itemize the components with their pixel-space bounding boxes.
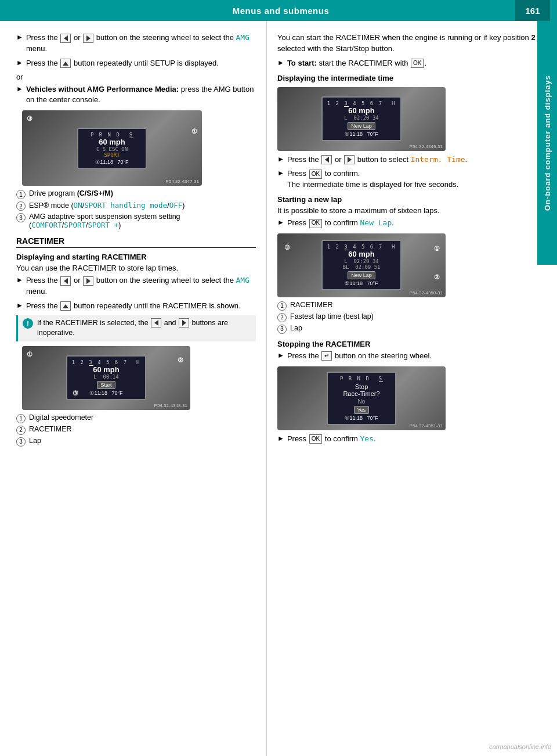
callout-list-2: 1 Digital speedometer 2 RACETIMER 3 Lap — [16, 413, 256, 447]
sub-row-3: L 00:14 — [72, 374, 141, 380]
speed-row-3: 60 mph — [327, 106, 396, 115]
arrow-up-icon-2 — [63, 304, 68, 308]
new-lap-btn-1: New Lap — [348, 122, 375, 130]
para-racetimer-start: You can start the RACETIMER when the eng… — [277, 33, 547, 55]
bullet-text-4: Press the or button on the steering whee… — [26, 275, 256, 297]
callout-item-2: 2 ESP® mode (ON/SPORT handling mode/OFF) — [16, 201, 256, 211]
interm-time-label: Interm. Time — [411, 155, 465, 164]
key-up-1 — [60, 59, 71, 68]
key-left-1 — [60, 34, 71, 43]
instrument-image-4: ① ② ③ 1 2 3 4 5 6 7 H 60 mph L 02:20 34B… — [277, 233, 446, 297]
bullet-arrow-6: ► — [277, 59, 284, 67]
bullet-arrow-8: ► — [277, 169, 284, 177]
screen-4: 1 2 3 4 5 6 7 H 60 mph L 02:20 34BL 02:0… — [321, 240, 402, 290]
yes-label: Yes — [360, 434, 373, 443]
header-bar: Menus and submenus 161 — [0, 0, 557, 21]
photo-credit-4: P54.32-4350-31 — [410, 290, 443, 296]
key-left-3 — [321, 155, 332, 164]
callout-num-4: 1 — [16, 414, 26, 423]
callout-num-9: 3 — [277, 325, 287, 334]
page-wrapper: Menus and submenus 161 On-board computer… — [0, 0, 557, 756]
key-left-info — [151, 318, 161, 327]
bullet-press-amg-racetimer: ► Press the or button on the steering wh… — [16, 275, 256, 297]
gear-row-2: 1 2 3 4 5 6 7 H — [72, 359, 141, 365]
speed-row-1: 60 mph — [83, 138, 141, 146]
photo-credit-5: P54.32-4351-31 — [410, 423, 443, 429]
callout-num-5: 2 — [16, 426, 26, 435]
bullet-text-2: Press the button repeatedly until SETUP … — [26, 58, 256, 69]
callout-item-6: 3 Lap — [16, 437, 256, 447]
callout-text-6: Lap — [29, 437, 41, 445]
arrow-left-icon-1 — [64, 35, 68, 41]
gear-row-3: 1 2 3 4 5 6 7 H — [327, 100, 396, 106]
new-lap-btn-2: New Lap — [348, 271, 375, 279]
arrow-right-icon-info — [182, 320, 186, 326]
callout-num-2: 2 — [16, 201, 26, 211]
photo-credit-3: P54.32-4349-31 — [410, 144, 443, 149]
callout-num-7: 1 — [277, 301, 287, 311]
callout-item-1: 1 Drive program (C/S/S+/M) — [16, 189, 256, 199]
gear-row-1: P R N D S — [83, 132, 141, 138]
content-area: ► Press the or button on the steering wh… — [0, 21, 557, 756]
arrow-right-icon-1 — [86, 35, 91, 41]
key-right-1 — [83, 34, 93, 43]
callout-text-3: AMG adaptive sport suspension system set… — [29, 213, 256, 229]
arrow-left-icon-info — [154, 320, 158, 326]
callout-item-5: 2 RACETIMER — [16, 425, 256, 435]
bullet-arrow-1: ► — [16, 33, 23, 41]
watermark: carmanualsonline.info — [489, 743, 551, 750]
photo-credit-2: P54.32-4348-31 — [154, 403, 187, 408]
callout-badge-3c: ③ — [284, 244, 290, 251]
bullet-arrow-9: ► — [277, 218, 284, 226]
key-left-2 — [60, 276, 71, 286]
side-tab: On-board computer and displays — [537, 21, 557, 265]
callout-num-6: 3 — [16, 437, 26, 447]
arrow-left-icon-2 — [64, 278, 68, 284]
callout-text-1: Drive program (C/S/S+/M) — [29, 189, 113, 197]
instrument-image-5: P R N D S StopRace-Timer? No Yes ①11:18 … — [277, 366, 446, 430]
key-ok-interm: OK — [309, 170, 322, 179]
bullet-vehicles-without-amg: ► Vehicles without AMG Performance Media… — [16, 84, 256, 106]
no-yes-row: No — [332, 398, 390, 405]
info-text: If the RACETIMER is selected, the and bu… — [37, 318, 251, 339]
header-title: Menus and submenus — [0, 6, 515, 16]
sub-row-5: L 02:20 34BL 02:09 51 — [327, 258, 396, 270]
key-back: ↵ — [321, 351, 332, 361]
bullet-text-6: To start: start the RACETIMER with OK. — [287, 58, 547, 69]
bullet-press-up-setup: ► Press the button repeatedly until SETU… — [16, 58, 256, 69]
key-ok-yes: OK — [309, 434, 322, 444]
callout-badge-3: ③ — [27, 115, 32, 123]
callout-list-1: 1 Drive program (C/S/S+/M) 2 ESP® mode (… — [16, 189, 256, 229]
temp-row-2: ①11:18 70°F — [72, 390, 141, 396]
temp-row-4: ①11:18 70°F — [327, 280, 396, 286]
bullet-text-3: Vehicles without AMG Performance Media: … — [26, 84, 256, 106]
para-sixteen-laps: It is possible to store a maximum of six… — [277, 206, 547, 215]
sub-row-4: L 02:20 34 — [327, 115, 396, 121]
start-btn: Start — [97, 381, 115, 389]
sub-row-1: C S ESC ON — [83, 146, 141, 152]
callout-badge-1b: ① — [27, 351, 32, 358]
section-title-racetimer: RACETIMER — [16, 236, 256, 248]
key-right-3 — [344, 155, 355, 164]
bullet-arrow-3: ► — [16, 85, 23, 93]
bullet-press-amg-menu: ► Press the or button on the steering wh… — [16, 33, 256, 55]
gear-row-5: P R N D S — [332, 376, 390, 381]
bullet-press-back: ► Press the ↵ button on the steering whe… — [277, 351, 547, 362]
or-divider: or — [16, 73, 256, 81]
callout-text-7: RACETIMER — [290, 301, 333, 309]
temp-row-5: ①11:18 70°F — [332, 415, 390, 421]
bullet-arrow-4: ► — [16, 276, 23, 284]
arrow-up-icon-1 — [63, 62, 68, 66]
bullet-text-9: Press OK to confirm New Lap. — [287, 218, 547, 229]
callout-text-4: Digital speedometer — [29, 413, 93, 422]
subsection-stopping: Stopping the RACETIMER — [277, 340, 547, 348]
bullet-text-10: Press the ↵ button on the steering wheel… — [287, 351, 547, 362]
vehicles-bold: Vehicles without AMG Performance Media: — [26, 85, 179, 93]
amg-label-1: AMG — [236, 33, 249, 42]
bullet-arrow-7: ► — [277, 155, 284, 163]
callout-text-9: Lap — [290, 324, 302, 332]
instrument-image-1: P R N D S 60 mph C S ESC ON SPORT ①11:18… — [22, 110, 202, 186]
callout-item-4: 1 Digital speedometer — [16, 413, 256, 423]
callout-item-8: 2 Fastest lap time (best lap) — [277, 312, 547, 322]
callout-item-9: 3 Lap — [277, 324, 547, 334]
